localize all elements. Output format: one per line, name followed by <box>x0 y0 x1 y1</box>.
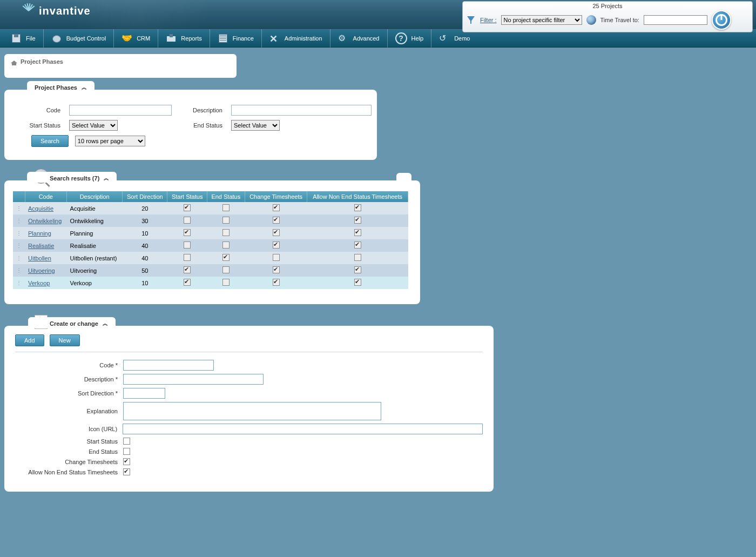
menu-reports[interactable]: Reports <box>158 29 210 48</box>
table-row[interactable]: ⋮RealisatieRealisatie40 <box>13 239 408 252</box>
form-desc-input[interactable] <box>123 374 264 385</box>
menu-budget-label: Budget Control <box>66 35 106 42</box>
form-desc-label: Description * <box>15 376 123 382</box>
checkbox-icon <box>273 241 280 249</box>
project-filter-select[interactable]: No project specific filter <box>501 15 582 25</box>
search-panel-tab[interactable]: Project Phases ︽ <box>27 81 94 92</box>
collapse-icon: ︽ <box>103 322 108 325</box>
cell-description: Ontwikkeling <box>67 214 123 227</box>
globe-icon <box>586 15 596 25</box>
cell-change <box>245 239 307 252</box>
add-button[interactable]: Add <box>15 334 44 346</box>
form-code-input[interactable] <box>123 360 214 371</box>
col-code[interactable]: Code <box>25 191 67 202</box>
end-status-select[interactable]: Select Value <box>231 120 280 131</box>
row-handle[interactable]: ⋮ <box>13 264 25 277</box>
results-panel-tab[interactable]: Search results (7) ︽ <box>27 172 117 183</box>
form-allow-chk[interactable] <box>123 468 130 475</box>
code-input[interactable] <box>69 105 172 116</box>
form-sort-input[interactable] <box>123 388 165 399</box>
cell-start <box>167 227 207 239</box>
checkbox-icon <box>184 229 191 236</box>
checkbox-icon <box>273 254 280 261</box>
code-link[interactable]: Uitvoering <box>28 267 55 274</box>
home-icon[interactable] <box>11 58 17 65</box>
code-link[interactable]: Planning <box>28 230 51 237</box>
create-panel-tab[interactable]: Create or change ︽ <box>28 317 116 328</box>
table-row[interactable]: ⋮VerkoopVerkoop10 <box>13 277 408 289</box>
checkbox-icon <box>184 266 191 273</box>
menu-advanced-label: Advanced <box>353 35 380 42</box>
menu-crm[interactable]: CRM <box>114 29 158 48</box>
menu-budget[interactable]: Budget Control <box>44 29 114 48</box>
search-panel: Project Phases ︽ Code Description Start … <box>4 90 377 160</box>
table-row[interactable]: ⋮OntwikkelingOntwikkeling30 <box>13 214 408 227</box>
checkbox-icon <box>184 204 191 211</box>
menu-admin-label: Administration <box>285 35 322 42</box>
col-end-status[interactable]: End Status <box>207 191 245 202</box>
start-status-select[interactable]: Select Value <box>69 120 118 131</box>
table-row[interactable]: ⋮UitvoeringUitvoering50 <box>13 264 408 277</box>
code-link[interactable]: Uitbollen <box>28 255 51 261</box>
form-explanation-input[interactable] <box>123 402 381 420</box>
code-label: Code <box>15 107 64 113</box>
demo-icon <box>439 33 450 44</box>
separator <box>15 352 483 352</box>
form-code-label: Code * <box>15 362 123 368</box>
col-description[interactable]: Description <box>67 191 123 202</box>
code-link[interactable]: Realisatie <box>28 243 54 249</box>
code-link[interactable]: Verkoop <box>28 280 50 286</box>
col-allow-non-end[interactable]: Allow Non End Status Timesheets <box>307 191 408 202</box>
menu-file-label: File <box>26 35 36 42</box>
description-input[interactable] <box>231 105 372 116</box>
col-sort-direction[interactable]: Sort Direction <box>123 191 167 202</box>
col-start-status[interactable]: Start Status <box>167 191 207 202</box>
gears-icon <box>338 33 349 44</box>
menu-help[interactable]: Help <box>388 29 432 48</box>
checkbox-icon <box>222 229 230 236</box>
menu-file[interactable]: File <box>3 29 44 48</box>
budget-icon <box>51 33 62 44</box>
checkbox-icon <box>273 204 280 211</box>
cell-start <box>167 202 207 214</box>
checkbox-icon <box>273 266 280 273</box>
code-link[interactable]: Ontwikkeling <box>28 218 62 224</box>
row-handle[interactable]: ⋮ <box>13 214 25 227</box>
new-button[interactable]: New <box>50 334 80 346</box>
logo: invantive <box>19 2 91 19</box>
table-row[interactable]: ⋮PlanningPlanning10 <box>13 227 408 239</box>
form-icon-input[interactable] <box>123 424 483 434</box>
create-panel: Create or change ︽ Add New Code * Descri… <box>4 326 494 492</box>
checkbox-icon <box>273 217 280 224</box>
menu-advanced[interactable]: Advanced <box>330 29 388 48</box>
table-row[interactable]: ⋮AcquisitieAcquisitie20 <box>13 202 408 214</box>
menu-finance[interactable]: Finance <box>210 29 262 48</box>
breadcrumb-text: Project Phases <box>21 58 63 65</box>
cell-allow <box>307 214 408 227</box>
time-travel-label: Time Travel to: <box>600 17 639 23</box>
checkbox-icon <box>222 266 230 273</box>
form-end-chk[interactable] <box>123 448 130 455</box>
search-button[interactable]: Search <box>31 135 69 147</box>
tools-icon <box>269 33 280 44</box>
cell-end <box>207 239 245 252</box>
time-travel-input[interactable] <box>644 15 707 25</box>
checkbox-icon <box>222 254 230 261</box>
form-start-chk[interactable] <box>123 438 130 445</box>
row-handle[interactable]: ⋮ <box>13 202 25 214</box>
code-link[interactable]: Acquisitie <box>28 205 53 212</box>
filter-link[interactable]: Filter : <box>480 17 497 23</box>
form-change-chk[interactable] <box>123 458 130 465</box>
table-row[interactable]: ⋮UitbollenUitbollen (restant)40 <box>13 252 408 264</box>
menu-administration[interactable]: Administration <box>262 29 330 48</box>
cell-start <box>167 214 207 227</box>
power-button[interactable] <box>712 10 731 30</box>
col-change-timesheets[interactable]: Change Timesheets <box>245 191 307 202</box>
cell-start <box>167 264 207 277</box>
row-handle[interactable]: ⋮ <box>13 227 25 239</box>
rows-per-page-select[interactable]: 10 rows per page <box>75 136 145 146</box>
row-handle[interactable]: ⋮ <box>13 277 25 289</box>
row-handle[interactable]: ⋮ <box>13 252 25 264</box>
collapse-icon: ︽ <box>104 177 109 180</box>
row-handle[interactable]: ⋮ <box>13 239 25 252</box>
